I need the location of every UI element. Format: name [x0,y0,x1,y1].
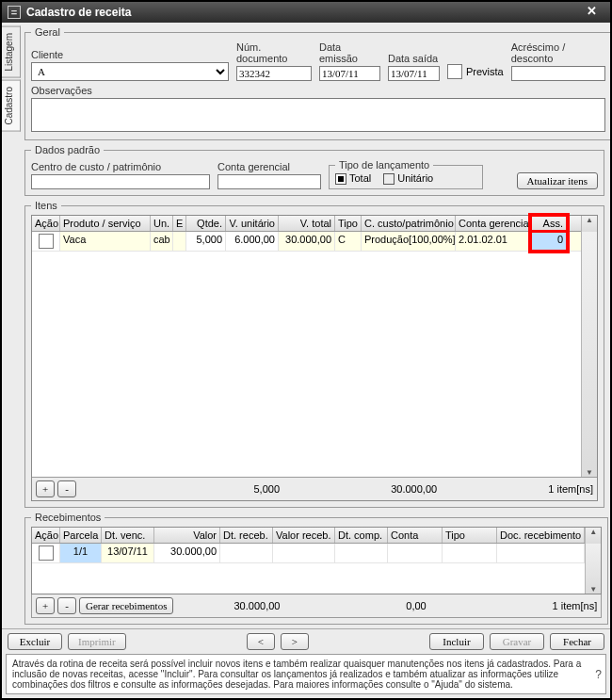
close-icon[interactable]: ✕ [578,5,604,20]
rcell-valor[interactable]: 30.000,00 [154,544,220,562]
receb-sum-total: 30.000,00 [176,600,280,611]
system-menu-icon[interactable]: = [8,6,21,19]
label-saida: Data saída [388,53,440,64]
window-title: Cadastro de receita [26,6,131,19]
item-row[interactable]: Vaca cab 5,000 6.000,00 30.000,00 C Prod… [32,232,581,252]
cell-ass[interactable]: 0 [531,232,567,251]
cell-un: cab [151,232,173,251]
label-centro: Centro de custo / patrimônio [31,161,210,172]
legend-geral: Geral [31,26,64,38]
window: = Cadastro de receita ✕ Listagem Cadastr… [0,0,612,700]
col-vunit[interactable]: V. unitário [226,216,279,231]
vertical-tabs: Listagem Cadastro [2,23,21,628]
col-tipo[interactable]: Tipo [335,216,362,231]
add-receb-button[interactable]: + [36,597,55,614]
col-qtde[interactable]: Qtde. [186,216,226,231]
group-dados: Dados padrão Centro de custo / patrimôni… [24,144,604,196]
cliente-select[interactable]: A [31,62,229,81]
sum-total: 30.000,00 [282,483,545,495]
atualizar-itens-button[interactable]: Atualizar itens [517,172,598,189]
rcol-dtreceb[interactable]: Dt. receb. [220,528,273,543]
receb-grid: Ação Parcela Dt. venc. Valor Dt. receb. … [31,527,602,594]
rcell-dtvenc[interactable]: 13/07/11 [102,544,154,562]
titlebar[interactable]: = Cadastro de receita ✕ [2,2,610,23]
receb-row-checkbox[interactable] [39,545,54,561]
row-checkbox[interactable] [39,234,54,249]
fechar-button[interactable]: Fechar [550,633,604,650]
cgerencial-input[interactable] [217,174,321,189]
col-ccusto[interactable]: C. custo/patrimônio [362,216,456,231]
col-un[interactable]: Un. [151,216,173,231]
rcol-parcela[interactable]: Parcela [60,528,102,543]
legend-itens: Itens [31,200,61,211]
receb-scrollbar[interactable]: ▼ [585,544,601,594]
receb-row[interactable]: 1/1 13/07/11 30.000,00 [32,544,585,563]
label-numdoc: Núm. documento [236,41,312,64]
label-prevista: Prevista [466,66,504,77]
col-cgerencial[interactable]: Conta gerencial [456,216,531,231]
cell-vunit[interactable]: 6.000,00 [226,232,279,251]
centro-input[interactable] [31,174,210,189]
rcol-acao[interactable]: Ação [32,528,60,543]
col-ass[interactable]: Ass. [531,216,567,231]
col-vtotal[interactable]: V. total [279,216,335,231]
add-item-button[interactable]: + [36,480,55,497]
saida-input[interactable] [388,66,440,81]
rcol-valor[interactable]: Valor [154,528,220,543]
numdoc-input[interactable] [236,66,312,81]
cell-cgerencial[interactable]: 2.01.02.01 [456,232,531,251]
col-acao[interactable]: Ação [32,216,60,231]
receb-scroll-up-icon[interactable]: ▲ [585,528,601,544]
gravar-button[interactable]: Gravar [490,633,544,650]
receb-sum-receb: 0,00 [282,600,549,611]
excluir-button[interactable]: Excluir [8,633,62,650]
action-bar: Excluir Imprimir < > Incluir Gravar Fech… [2,628,610,654]
cell-qtde[interactable]: 5,000 [186,232,226,251]
sum-qtde: 5,000 [233,483,280,495]
acrescimo-input[interactable] [511,66,605,81]
cell-vtotal: 30.000,00 [279,232,335,251]
prev-button[interactable]: < [247,633,275,650]
rcol-conta[interactable]: Conta [388,528,443,543]
itens-scrollbar[interactable]: ▼ [581,232,597,477]
label-acrescimo: Acréscimo / desconto [511,41,605,64]
tab-cadastro[interactable]: Cadastro [2,80,21,132]
cell-ccusto[interactable]: Produção[100,00%] [362,232,456,251]
obs-textarea[interactable] [31,98,605,132]
incluir-button[interactable]: Incluir [429,633,484,650]
prevista-checkbox[interactable] [447,64,462,79]
tab-listagem[interactable]: Listagem [2,26,21,78]
item-count: 1 item[ns] [548,483,593,495]
group-itens: Itens Ação Produto / serviço Un. E Qtde.… [24,200,604,508]
rcell-parcela[interactable]: 1/1 [60,544,102,562]
help-panel: Através da rotina de receita será possív… [6,654,606,694]
cell-produto[interactable]: Vaca [60,232,151,251]
rcol-tipo[interactable]: Tipo [443,528,497,543]
emissao-input[interactable] [319,66,380,81]
rcol-dtvenc[interactable]: Dt. venc. [102,528,154,543]
remove-item-button[interactable]: - [57,480,76,497]
scroll-up-icon[interactable]: ▲ [581,216,597,232]
legend-receb: Recebimentos [31,512,105,523]
radio-unitario[interactable]: Unitário [383,172,433,184]
help-icon[interactable]: ? [595,668,602,681]
remove-receb-button[interactable]: - [57,597,76,614]
imprimir-button[interactable]: Imprimir [68,633,126,650]
gerar-receb-button[interactable]: Gerar recebimentos [79,597,173,614]
group-recebimentos: Recebimentos Ação Parcela Dt. venc. Valo… [24,512,608,625]
rcol-valorreceb[interactable]: Valor receb. [273,528,335,543]
col-e[interactable]: E [173,216,186,231]
col-produto[interactable]: Produto / serviço [60,216,151,231]
itens-grid: Ação Produto / serviço Un. E Qtde. V. un… [31,215,598,501]
label-cgerencial: Conta gerencial [217,161,321,172]
radio-total[interactable]: Total [335,172,371,184]
rcol-dtcomp[interactable]: Dt. comp. [335,528,388,543]
legend-tipo: Tipo de lançamento [335,159,433,171]
receb-count: 1 item[ns] [553,600,598,611]
group-geral: Geral Cliente A Núm. documento Data emis… [24,26,610,140]
rcol-docreceb[interactable]: Doc. recebimento [497,528,585,543]
label-cliente: Cliente [31,49,229,60]
label-obs: Observações [31,85,605,96]
cell-e [173,232,186,251]
next-button[interactable]: > [281,633,309,650]
